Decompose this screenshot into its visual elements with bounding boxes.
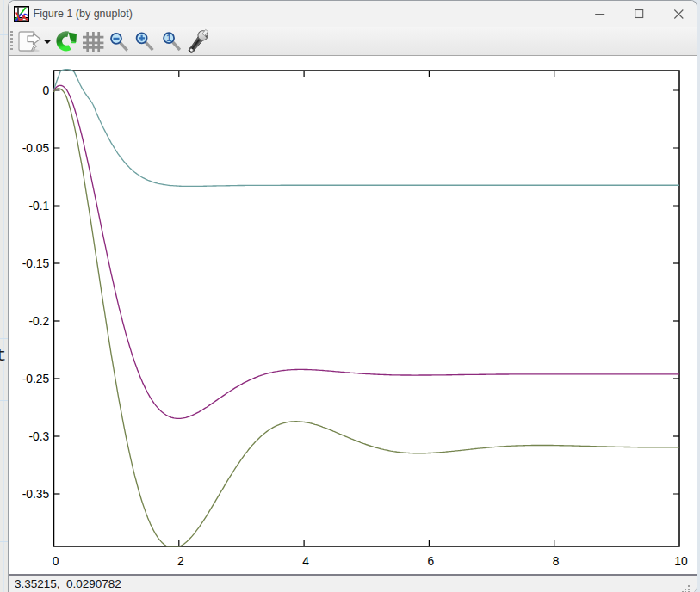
- svg-text:1: 1: [166, 33, 171, 43]
